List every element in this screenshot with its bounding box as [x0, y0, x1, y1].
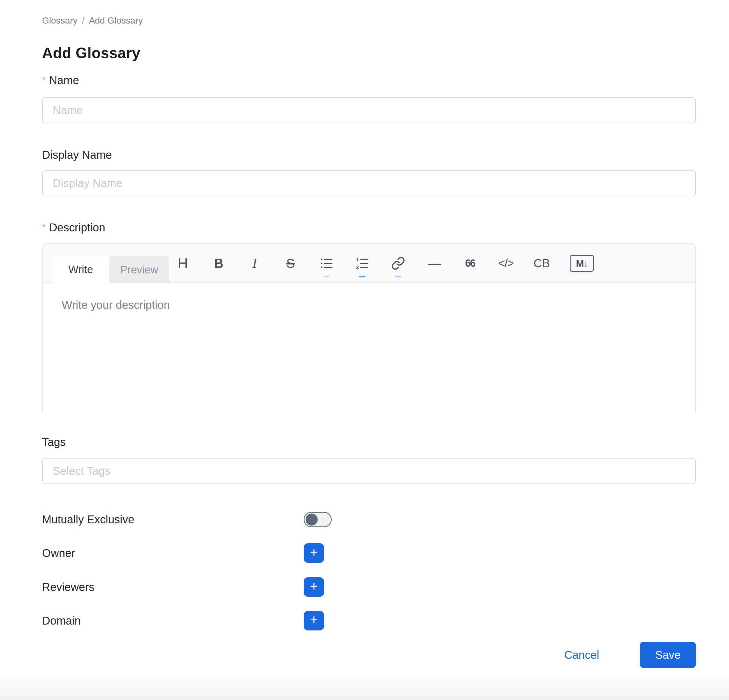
heading-button[interactable]: H: [174, 247, 191, 280]
horizontal-rule-button[interactable]: —: [425, 247, 443, 280]
tab-write[interactable]: Write: [52, 256, 109, 283]
mutually-exclusive-row: Mutually Exclusive: [42, 512, 696, 527]
bulleted-list-button[interactable]: [318, 247, 335, 280]
tab-preview[interactable]: Preview: [109, 256, 169, 283]
editor-toolbar-icons: H B I S: [174, 244, 594, 282]
description-editor-toolbar: Write Preview H B I S: [43, 244, 696, 283]
description-label: *Description: [42, 221, 105, 235]
reviewers-label: Reviewers: [42, 581, 94, 593]
inline-code-button[interactable]: </>: [497, 247, 514, 280]
breadcrumb-separator: /: [82, 15, 84, 26]
markdown-button[interactable]: M↓: [569, 247, 594, 280]
name-label: *Name: [42, 74, 79, 87]
plus-icon: +: [310, 613, 318, 626]
heading-icon: H: [178, 256, 188, 270]
add-reviewer-button[interactable]: +: [304, 577, 324, 597]
blue-marker: [359, 276, 365, 277]
quote-icon: 66: [465, 258, 475, 269]
add-glossary-page: Glossary / Add Glossary Add Glossary *Na…: [0, 0, 729, 700]
strikethrough-icon: S: [286, 257, 295, 270]
editor-tabs: Write Preview: [52, 256, 169, 283]
link-button[interactable]: [390, 247, 407, 280]
description-editor: Write Preview H B I S: [42, 243, 696, 415]
strikethrough-button[interactable]: S: [282, 247, 299, 280]
form-actions: Cancel Save: [42, 642, 696, 668]
plus-icon: +: [310, 546, 318, 559]
breadcrumb-current-page: Add Glossary: [89, 15, 143, 26]
bold-icon: B: [214, 257, 223, 270]
page-title: Add Glossary: [42, 44, 141, 62]
blue-marker: [395, 276, 401, 277]
required-asterisk: *: [42, 74, 46, 85]
svg-text:2: 2: [356, 264, 359, 270]
breadcrumb: Glossary / Add Glossary: [42, 15, 143, 26]
code-block-button[interactable]: CB: [533, 247, 550, 280]
numbered-list-button[interactable]: 1 2: [354, 247, 371, 280]
bulleted-list-icon: [319, 256, 334, 271]
italic-icon: I: [252, 257, 257, 270]
tags-select-input[interactable]: [42, 458, 696, 484]
horizontal-rule-icon: —: [428, 257, 440, 270]
display-name-label: Display Name: [42, 148, 112, 161]
breadcrumb-glossary-link[interactable]: Glossary: [42, 15, 77, 26]
owner-row: Owner +: [42, 543, 696, 563]
plus-icon: +: [310, 579, 318, 593]
cancel-button[interactable]: Cancel: [564, 649, 599, 661]
required-asterisk: *: [42, 222, 46, 232]
description-editor-area[interactable]: Write your description: [43, 283, 696, 416]
reviewers-row: Reviewers +: [42, 577, 696, 597]
quote-button[interactable]: 66: [462, 247, 478, 280]
bold-button[interactable]: B: [210, 247, 227, 280]
page-bottom-fade: [0, 670, 729, 700]
blue-marker: [323, 276, 330, 277]
owner-label: Owner: [42, 547, 75, 559]
italic-button[interactable]: I: [246, 247, 263, 280]
svg-text:1: 1: [356, 257, 359, 262]
add-domain-button[interactable]: +: [304, 611, 324, 630]
toggle-knob: [306, 514, 318, 526]
markdown-icon: M↓: [570, 255, 594, 272]
code-block-icon: CB: [534, 257, 550, 269]
link-icon: [391, 256, 405, 270]
numbered-list-icon: 1 2: [355, 256, 370, 271]
domain-row: Domain +: [42, 611, 696, 630]
tags-label: Tags: [42, 435, 66, 449]
name-input[interactable]: [42, 97, 696, 123]
add-owner-button[interactable]: +: [304, 543, 324, 563]
display-name-input[interactable]: [42, 170, 696, 196]
domain-label: Domain: [42, 614, 81, 627]
mutually-exclusive-toggle[interactable]: [304, 512, 332, 527]
mutually-exclusive-label: Mutually Exclusive: [42, 513, 134, 526]
save-button[interactable]: Save: [640, 642, 696, 668]
inline-code-icon: </>: [498, 257, 514, 269]
